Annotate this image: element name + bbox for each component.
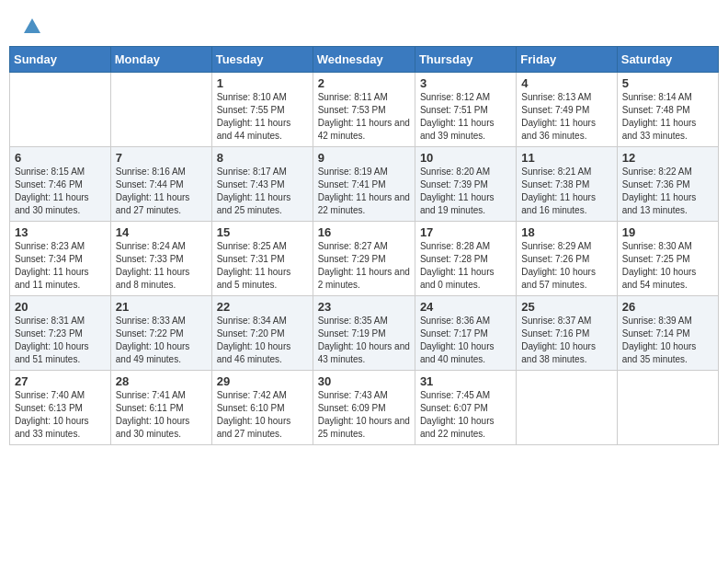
day-number: 1: [217, 76, 308, 90]
day-info: Sunrise: 8:19 AM Sunset: 7:41 PM Dayligh…: [318, 166, 410, 217]
calendar-cell: 1Sunrise: 8:10 AM Sunset: 7:55 PM Daylig…: [211, 73, 313, 147]
day-number: 9: [318, 151, 410, 165]
day-number: 16: [318, 225, 410, 239]
logo-icon: [22, 17, 42, 37]
calendar-cell: 29Sunrise: 7:42 AM Sunset: 6:10 PM Dayli…: [211, 371, 313, 445]
calendar-cell: [10, 73, 111, 147]
calendar-cell: 25Sunrise: 8:37 AM Sunset: 7:16 PM Dayli…: [517, 296, 617, 371]
day-info: Sunrise: 8:34 AM Sunset: 7:20 PM Dayligh…: [217, 315, 308, 366]
calendar-cell: 4Sunrise: 8:13 AM Sunset: 7:49 PM Daylig…: [517, 73, 617, 147]
calendar-header-row: SundayMondayTuesdayWednesdayThursdayFrid…: [10, 47, 719, 73]
day-info: Sunrise: 8:11 AM Sunset: 7:53 PM Dayligh…: [318, 91, 410, 143]
svg-marker-0: [24, 18, 40, 33]
calendar-cell: 17Sunrise: 8:28 AM Sunset: 7:28 PM Dayli…: [415, 222, 516, 296]
calendar-cell: 28Sunrise: 7:41 AM Sunset: 6:11 PM Dayli…: [110, 371, 211, 445]
calendar-cell: 8Sunrise: 8:17 AM Sunset: 7:43 PM Daylig…: [211, 147, 313, 222]
calendar-week-row: 20Sunrise: 8:31 AM Sunset: 7:23 PM Dayli…: [10, 296, 719, 371]
calendar-cell: [110, 73, 211, 147]
calendar-cell: 19Sunrise: 8:30 AM Sunset: 7:25 PM Dayli…: [617, 222, 718, 296]
calendar-week-row: 27Sunrise: 7:40 AM Sunset: 6:13 PM Dayli…: [10, 371, 719, 445]
calendar-week-row: 6Sunrise: 8:15 AM Sunset: 7:46 PM Daylig…: [10, 147, 719, 222]
day-info: Sunrise: 7:45 AM Sunset: 6:07 PM Dayligh…: [420, 389, 511, 441]
day-number: 7: [116, 151, 207, 165]
calendar-cell: 31Sunrise: 7:45 AM Sunset: 6:07 PM Dayli…: [415, 371, 516, 445]
day-number: 8: [217, 151, 308, 165]
day-number: 4: [521, 76, 611, 90]
calendar-cell: 5Sunrise: 8:14 AM Sunset: 7:48 PM Daylig…: [617, 73, 718, 147]
day-info: Sunrise: 8:23 AM Sunset: 7:34 PM Dayligh…: [15, 240, 106, 292]
calendar-cell: 12Sunrise: 8:22 AM Sunset: 7:36 PM Dayli…: [617, 147, 718, 222]
day-info: Sunrise: 8:31 AM Sunset: 7:23 PM Dayligh…: [15, 315, 106, 366]
day-number: 26: [622, 300, 713, 314]
calendar-day-header: Saturday: [617, 47, 718, 73]
day-info: Sunrise: 8:33 AM Sunset: 7:22 PM Dayligh…: [116, 315, 207, 366]
day-number: 5: [622, 76, 713, 90]
calendar-day-header: Monday: [110, 47, 211, 73]
day-number: 10: [420, 151, 511, 165]
day-info: Sunrise: 8:39 AM Sunset: 7:14 PM Dayligh…: [622, 315, 713, 366]
day-number: 18: [521, 225, 611, 239]
day-number: 15: [217, 225, 308, 239]
day-number: 22: [217, 300, 308, 314]
calendar-body: 1Sunrise: 8:10 AM Sunset: 7:55 PM Daylig…: [10, 73, 719, 445]
day-number: 24: [420, 300, 511, 314]
logo: [18, 17, 42, 37]
day-info: Sunrise: 8:15 AM Sunset: 7:46 PM Dayligh…: [15, 166, 106, 217]
day-info: Sunrise: 7:43 AM Sunset: 6:09 PM Dayligh…: [318, 389, 410, 441]
calendar-cell: 13Sunrise: 8:23 AM Sunset: 7:34 PM Dayli…: [10, 222, 111, 296]
day-number: 13: [15, 225, 106, 239]
day-number: 11: [521, 151, 611, 165]
day-info: Sunrise: 8:36 AM Sunset: 7:17 PM Dayligh…: [420, 315, 511, 366]
calendar-cell: 30Sunrise: 7:43 AM Sunset: 6:09 PM Dayli…: [313, 371, 415, 445]
day-number: 29: [217, 374, 308, 388]
day-info: Sunrise: 8:29 AM Sunset: 7:26 PM Dayligh…: [521, 240, 611, 292]
day-info: Sunrise: 8:35 AM Sunset: 7:19 PM Dayligh…: [318, 315, 410, 366]
day-number: 21: [116, 300, 207, 314]
calendar-cell: 6Sunrise: 8:15 AM Sunset: 7:46 PM Daylig…: [10, 147, 111, 222]
day-info: Sunrise: 7:41 AM Sunset: 6:11 PM Dayligh…: [116, 389, 207, 441]
day-info: Sunrise: 8:30 AM Sunset: 7:25 PM Dayligh…: [622, 240, 713, 292]
calendar-cell: 9Sunrise: 8:19 AM Sunset: 7:41 PM Daylig…: [313, 147, 415, 222]
calendar-week-row: 1Sunrise: 8:10 AM Sunset: 7:55 PM Daylig…: [10, 73, 719, 147]
calendar-week-row: 13Sunrise: 8:23 AM Sunset: 7:34 PM Dayli…: [10, 222, 719, 296]
calendar-cell: 3Sunrise: 8:12 AM Sunset: 7:51 PM Daylig…: [415, 73, 516, 147]
calendar-day-header: Sunday: [10, 47, 111, 73]
day-info: Sunrise: 8:22 AM Sunset: 7:36 PM Dayligh…: [622, 166, 713, 217]
day-info: Sunrise: 8:10 AM Sunset: 7:55 PM Dayligh…: [217, 91, 308, 143]
day-number: 25: [521, 300, 611, 314]
calendar-cell: 7Sunrise: 8:16 AM Sunset: 7:44 PM Daylig…: [110, 147, 211, 222]
calendar-day-header: Friday: [517, 47, 617, 73]
calendar-cell: 27Sunrise: 7:40 AM Sunset: 6:13 PM Dayli…: [10, 371, 111, 445]
calendar-cell: 21Sunrise: 8:33 AM Sunset: 7:22 PM Dayli…: [110, 296, 211, 371]
day-info: Sunrise: 7:40 AM Sunset: 6:13 PM Dayligh…: [15, 389, 106, 441]
day-number: 23: [318, 300, 410, 314]
day-number: 17: [420, 225, 511, 239]
day-info: Sunrise: 8:21 AM Sunset: 7:38 PM Dayligh…: [521, 166, 611, 217]
day-number: 3: [420, 76, 511, 90]
calendar-cell: 14Sunrise: 8:24 AM Sunset: 7:33 PM Dayli…: [110, 222, 211, 296]
calendar-day-header: Thursday: [415, 47, 516, 73]
calendar-cell: [617, 371, 718, 445]
calendar-cell: 24Sunrise: 8:36 AM Sunset: 7:17 PM Dayli…: [415, 296, 516, 371]
page-header: [9, 9, 719, 40]
calendar-cell: 22Sunrise: 8:34 AM Sunset: 7:20 PM Dayli…: [211, 296, 313, 371]
day-info: Sunrise: 8:20 AM Sunset: 7:39 PM Dayligh…: [420, 166, 511, 217]
calendar-cell: 16Sunrise: 8:27 AM Sunset: 7:29 PM Dayli…: [313, 222, 415, 296]
calendar-cell: 20Sunrise: 8:31 AM Sunset: 7:23 PM Dayli…: [10, 296, 111, 371]
day-info: Sunrise: 8:14 AM Sunset: 7:48 PM Dayligh…: [622, 91, 713, 143]
day-number: 19: [622, 225, 713, 239]
day-number: 2: [318, 76, 410, 90]
day-number: 28: [116, 374, 207, 388]
day-number: 27: [15, 374, 106, 388]
day-info: Sunrise: 8:17 AM Sunset: 7:43 PM Dayligh…: [217, 166, 308, 217]
day-info: Sunrise: 8:28 AM Sunset: 7:28 PM Dayligh…: [420, 240, 511, 292]
day-info: Sunrise: 8:16 AM Sunset: 7:44 PM Dayligh…: [116, 166, 207, 217]
day-info: Sunrise: 7:42 AM Sunset: 6:10 PM Dayligh…: [217, 389, 308, 441]
calendar-cell: 15Sunrise: 8:25 AM Sunset: 7:31 PM Dayli…: [211, 222, 313, 296]
day-number: 20: [15, 300, 106, 314]
calendar-cell: 11Sunrise: 8:21 AM Sunset: 7:38 PM Dayli…: [517, 147, 617, 222]
day-number: 30: [318, 374, 410, 388]
day-info: Sunrise: 8:13 AM Sunset: 7:49 PM Dayligh…: [521, 91, 611, 143]
calendar-cell: 2Sunrise: 8:11 AM Sunset: 7:53 PM Daylig…: [313, 73, 415, 147]
day-info: Sunrise: 8:37 AM Sunset: 7:16 PM Dayligh…: [521, 315, 611, 366]
